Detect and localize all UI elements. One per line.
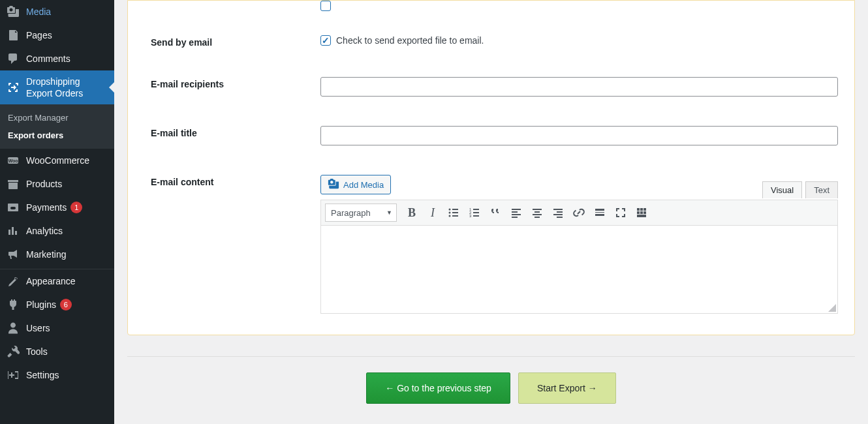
email-content-label: E-mail content (151, 165, 320, 187)
submenu-item-export-orders[interactable]: Export orders (0, 127, 114, 144)
bold-button[interactable]: B (402, 203, 422, 222)
send-by-email-checkbox[interactable] (320, 35, 331, 46)
analytics-icon (7, 224, 20, 237)
svg-rect-35 (637, 215, 646, 217)
svg-text:Woo: Woo (8, 159, 18, 163)
add-media-label: Add Media (343, 180, 384, 190)
svg-rect-34 (643, 211, 646, 214)
sidebar-item-label: Pages (26, 30, 52, 40)
svg-point-4 (449, 212, 451, 214)
start-export-button[interactable]: Start Export → (518, 372, 616, 404)
sidebar-item-woocommerce[interactable]: Woo WooCommerce (0, 149, 114, 172)
sidebar-item-label: Tools (26, 346, 48, 357)
align-left-button[interactable] (506, 203, 526, 222)
sidebar-item-appearance[interactable]: Appearance (0, 269, 114, 293)
svg-rect-19 (535, 211, 540, 213)
svg-point-2 (449, 209, 451, 211)
sidebar-item-label: Analytics (26, 226, 63, 236)
resize-handle-icon[interactable] (828, 304, 836, 312)
export-icon (7, 81, 20, 94)
settings-icon (7, 369, 20, 382)
sidebar-item-label: Media (26, 7, 51, 17)
svg-rect-30 (640, 208, 643, 211)
tools-icon (7, 345, 20, 358)
svg-rect-25 (557, 217, 563, 218)
sidebar-item-label: Plugins (26, 299, 56, 310)
sidebar-item-label: Dropshipping Export Orders (26, 76, 108, 99)
sidebar-item-label: Appearance (26, 276, 76, 286)
svg-rect-21 (535, 217, 540, 218)
sidebar-item-label: Comments (26, 53, 70, 64)
email-recipients-input[interactable] (320, 77, 838, 97)
fullscreen-button[interactable] (611, 203, 630, 222)
sidebar-item-tools[interactable]: Tools (0, 340, 114, 363)
link-button[interactable] (569, 203, 589, 222)
editor-textarea[interactable] (320, 226, 838, 314)
svg-rect-23 (557, 211, 563, 213)
svg-rect-28 (595, 214, 604, 216)
export-settings-panel: Send by email Check to send exported fil… (127, 0, 855, 335)
sidebar-item-label: Settings (26, 370, 59, 380)
svg-rect-33 (640, 211, 643, 214)
svg-rect-18 (533, 209, 542, 210)
editor-tab-text[interactable]: Text (805, 181, 838, 198)
sidebar-item-users[interactable]: Users (0, 316, 114, 340)
users-icon (7, 322, 20, 335)
toolbar-toggle-button[interactable] (632, 203, 651, 222)
sidebar-item-payments[interactable]: Payments 1 (0, 196, 114, 219)
sidebar-item-settings[interactable]: Settings (0, 363, 114, 387)
svg-rect-3 (452, 209, 458, 210)
sidebar-item-label: Products (26, 179, 62, 189)
marketing-icon (7, 248, 20, 261)
svg-rect-14 (512, 209, 521, 210)
email-title-input[interactable] (320, 126, 838, 145)
sidebar-item-dropshipping[interactable]: Dropshipping Export Orders (0, 70, 114, 104)
svg-rect-13 (473, 215, 479, 217)
sidebar-item-pages[interactable]: Pages (0, 23, 114, 47)
svg-rect-11 (473, 212, 479, 213)
sidebar-item-comments[interactable]: Comments (0, 47, 114, 70)
appearance-icon (7, 275, 20, 288)
sidebar-item-marketing[interactable]: Marketing (0, 243, 114, 266)
previous-step-button[interactable]: ← Go to the previous step (366, 372, 510, 404)
sidebar-item-media[interactable]: Media (0, 0, 114, 23)
submenu-item-export-manager[interactable]: Export Manager (0, 109, 114, 127)
svg-rect-16 (512, 214, 521, 215)
sidebar-item-plugins[interactable]: Plugins 6 (0, 293, 114, 316)
align-right-button[interactable] (548, 203, 568, 222)
send-by-email-label: Send by email (151, 25, 320, 48)
pages-icon (7, 29, 20, 42)
numbered-list-button[interactable]: 123 (465, 203, 484, 222)
wysiwyg-editor: Visual Text Paragraph B I (320, 200, 838, 314)
send-by-email-help: Check to send exported file to email. (336, 35, 484, 46)
truncated-checkbox[interactable] (320, 1, 331, 11)
main-content: Send by email Check to send exported fil… (114, 0, 868, 424)
woocommerce-icon: Woo (7, 154, 20, 167)
svg-rect-5 (452, 212, 458, 213)
svg-rect-24 (553, 214, 563, 215)
add-media-button[interactable]: Add Media (320, 175, 391, 194)
sidebar-submenu-dropshipping: Export Manager Export orders (0, 104, 114, 149)
footer-actions: ← Go to the previous step Start Export → (127, 356, 855, 404)
payments-icon (7, 201, 20, 214)
editor-tab-visual[interactable]: Visual (762, 181, 802, 198)
sidebar-item-products[interactable]: Products (0, 172, 114, 196)
products-icon (7, 177, 20, 190)
svg-rect-7 (452, 215, 458, 217)
svg-rect-26 (595, 209, 604, 211)
format-dropdown[interactable]: Paragraph (325, 204, 397, 222)
italic-button[interactable]: I (423, 203, 442, 222)
add-media-icon (328, 178, 339, 192)
editor-toolbar: Paragraph B I 123 (320, 200, 838, 226)
read-more-button[interactable] (590, 203, 610, 222)
admin-sidebar: Media Pages Comments Dropshipping Export… (0, 0, 114, 424)
bullet-list-button[interactable] (444, 203, 463, 222)
media-icon (7, 5, 20, 18)
svg-rect-9 (473, 209, 479, 210)
comments-icon (7, 52, 20, 65)
sidebar-item-analytics[interactable]: Analytics (0, 219, 114, 243)
svg-rect-31 (643, 208, 646, 211)
blockquote-button[interactable] (486, 203, 505, 222)
align-center-button[interactable] (527, 203, 547, 222)
svg-rect-22 (553, 209, 563, 210)
